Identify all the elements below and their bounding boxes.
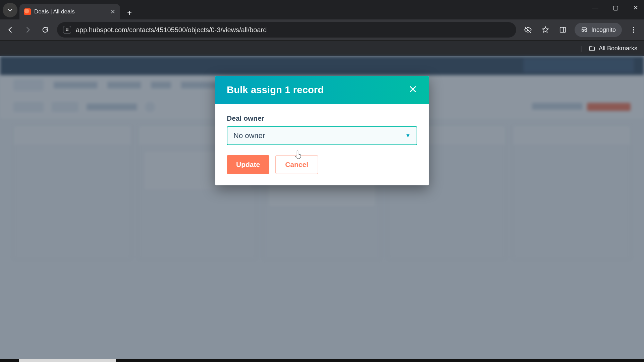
nav-forward-button[interactable] — [22, 24, 34, 36]
modal-title: Bulk assign 1 record — [227, 84, 324, 96]
svg-rect-2 — [66, 30, 67, 31]
arrow-left-icon — [7, 26, 14, 34]
tab-close-button[interactable]: ✕ — [110, 8, 115, 15]
hubspot-favicon-icon — [24, 8, 31, 15]
deal-owner-select[interactable]: No owner ▼ — [227, 126, 417, 145]
eye-off-icon — [524, 26, 532, 34]
site-info-icon[interactable] — [63, 26, 71, 34]
side-panel-button[interactable] — [557, 24, 569, 36]
bookmark-star-button[interactable] — [540, 24, 551, 36]
tab-search-button[interactable] — [3, 3, 17, 17]
close-icon — [409, 85, 417, 94]
caret-down-icon: ▼ — [405, 133, 411, 139]
browser-menu-button[interactable] — [628, 24, 639, 36]
browser-tab-strip: Deals | All deals ✕ + ― ▢ ✕ — [0, 0, 644, 19]
modal-header: Bulk assign 1 record — [215, 76, 429, 104]
bookmarks-separator: | — [580, 45, 582, 52]
modal-actions: Update Cancel — [227, 155, 417, 174]
bookmarks-bar: | All Bookmarks — [0, 40, 644, 56]
chevron-down-icon — [7, 7, 13, 13]
tracking-icon[interactable] — [522, 24, 534, 36]
cancel-button[interactable]: Cancel — [275, 155, 318, 174]
folder-icon — [589, 45, 595, 52]
panel-icon — [559, 26, 567, 34]
address-bar[interactable]: app.hubspot.com/contacts/45105500/object… — [57, 22, 516, 38]
deal-owner-label: Deal owner — [227, 114, 417, 122]
browser-tab-active[interactable]: Deals | All deals ✕ — [19, 4, 120, 19]
bulk-assign-modal: Bulk assign 1 record Deal owner No owner… — [215, 76, 429, 185]
reload-icon — [42, 26, 49, 34]
svg-rect-0 — [66, 28, 67, 29]
tab-title: Deals | All deals — [34, 8, 75, 15]
svg-rect-4 — [560, 27, 566, 33]
window-close-button[interactable]: ✕ — [631, 4, 641, 11]
url-text: app.hubspot.com/contacts/45105500/object… — [76, 26, 267, 34]
incognito-icon — [581, 26, 588, 34]
nav-back-button[interactable] — [5, 24, 16, 36]
os-taskbar-sliver — [0, 359, 644, 362]
kebab-icon — [630, 26, 637, 33]
arrow-right-icon — [24, 26, 32, 34]
svg-point-8 — [633, 32, 634, 33]
window-maximize-button[interactable]: ▢ — [610, 4, 621, 11]
svg-point-7 — [633, 29, 634, 31]
deal-owner-selected-value: No owner — [233, 131, 265, 140]
window-minimize-button[interactable]: ― — [590, 4, 600, 11]
incognito-chip[interactable]: Incognito — [575, 23, 622, 37]
page-content: Bulk assign 1 record Deal owner No owner… — [0, 56, 644, 362]
modal-body: Deal owner No owner ▼ Update Cancel — [215, 104, 429, 185]
incognito-label: Incognito — [591, 26, 616, 34]
update-button[interactable]: Update — [227, 155, 269, 174]
svg-point-6 — [633, 27, 634, 28]
window-controls: ― ▢ ✕ — [590, 4, 641, 11]
modal-close-button[interactable] — [409, 85, 417, 95]
svg-rect-3 — [67, 30, 68, 31]
all-bookmarks-button[interactable]: All Bookmarks — [599, 45, 637, 52]
nav-reload-button[interactable] — [40, 24, 51, 36]
new-tab-button[interactable]: + — [123, 6, 136, 19]
star-icon — [541, 26, 549, 34]
svg-rect-1 — [67, 28, 68, 29]
browser-toolbar: app.hubspot.com/contacts/45105500/object… — [0, 19, 644, 40]
